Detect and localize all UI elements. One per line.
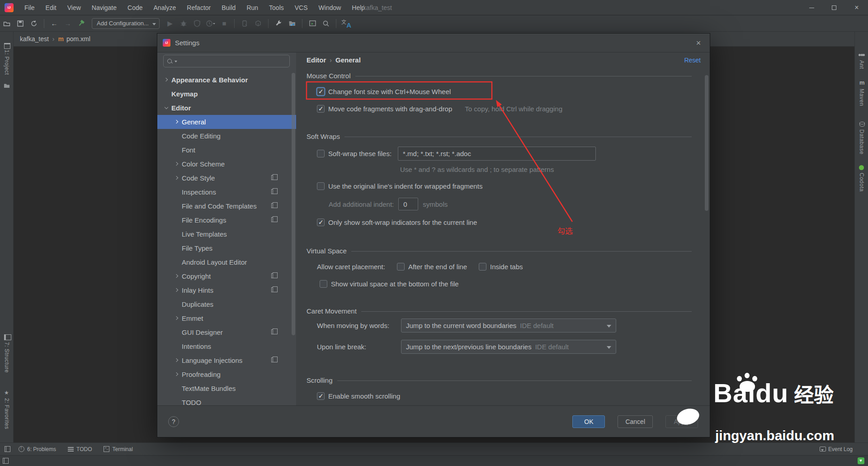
menu-vcs[interactable]: VCS xyxy=(289,0,313,15)
search-history-chevron-icon[interactable] xyxy=(175,61,177,64)
tree-item-gui-designer[interactable]: GUI Designer xyxy=(157,325,296,339)
problems-tool-button[interactable]: 6: Problems xyxy=(19,446,56,452)
menu-build[interactable]: Build xyxy=(216,0,241,15)
run-button[interactable]: ▶ xyxy=(164,18,176,29)
chevron-right-icon[interactable] xyxy=(174,162,179,167)
tree-item-duplicates[interactable]: Duplicates xyxy=(157,297,296,311)
tool-stripe-1-project[interactable]: 1: Project xyxy=(0,42,14,75)
menu-file[interactable]: File xyxy=(19,0,40,15)
debug-button[interactable] xyxy=(178,18,189,29)
chevron-right-icon[interactable] xyxy=(174,372,179,377)
menu-code[interactable]: Code xyxy=(122,0,148,15)
settings-button[interactable] xyxy=(273,18,284,29)
tree-item-editor[interactable]: Editor xyxy=(157,101,296,115)
tree-item-inspections[interactable]: Inspections xyxy=(157,185,296,199)
tree-item-font[interactable]: Font xyxy=(157,143,296,157)
chevron-right-icon[interactable] xyxy=(174,288,179,293)
tree-item-android-layout-editor[interactable]: Android Layout Editor xyxy=(157,255,296,269)
tree-item-copyright[interactable]: Copyright xyxy=(157,269,296,283)
tree-item-live-templates[interactable]: Live Templates xyxy=(157,227,296,241)
coverage-button[interactable] xyxy=(191,18,203,29)
tree-item-general[interactable]: General xyxy=(157,115,296,129)
settings-breadcrumb-section[interactable]: Editor xyxy=(307,56,326,64)
after-end-of-line-label[interactable]: After the end of line xyxy=(408,263,467,271)
settings-close-button[interactable]: × xyxy=(693,38,703,48)
change-font-size-label[interactable]: Change font size with Ctrl+Mouse Wheel xyxy=(328,88,451,95)
tree-item-proofreading[interactable]: Proofreading xyxy=(157,367,296,381)
soft-wrap-files-checkbox[interactable] xyxy=(317,150,325,157)
tree-item-file-encodings[interactable]: File Encodings xyxy=(157,213,296,227)
tool-stripe-codota[interactable]: Codota xyxy=(855,165,868,192)
chevron-right-icon[interactable] xyxy=(174,176,179,181)
soft-wrap-files-label[interactable]: Soft-wrap these files: xyxy=(328,150,392,157)
back-button[interactable]: ← xyxy=(48,18,60,29)
inside-tabs-checkbox[interactable] xyxy=(479,263,486,271)
chevron-right-icon[interactable] xyxy=(164,77,169,83)
deploy-artifact-button[interactable] xyxy=(252,18,264,29)
additional-indent-input[interactable]: 0 xyxy=(398,198,418,210)
toolwindow-toggle-icon[interactable] xyxy=(3,458,9,464)
minimize-button[interactable] xyxy=(800,0,823,15)
menu-window[interactable]: Window xyxy=(313,0,347,15)
cancel-button[interactable]: Cancel xyxy=(618,415,653,428)
chevron-right-icon[interactable] xyxy=(174,274,179,279)
change-font-size-checkbox[interactable] xyxy=(317,88,325,95)
open-folder-button[interactable] xyxy=(1,18,13,29)
upon-line-break-select[interactable]: Jump to the next/previous line boundarie… xyxy=(401,340,616,354)
smooth-scrolling-checkbox[interactable] xyxy=(317,392,325,400)
breadcrumb-project[interactable]: kafka_test xyxy=(20,35,49,43)
project-structure-button[interactable] xyxy=(286,18,298,29)
soft-wrap-indicators-checkbox[interactable] xyxy=(317,219,325,226)
tree-item-code-editing[interactable]: Code Editing xyxy=(157,129,296,143)
inside-tabs-label[interactable]: Inside tabs xyxy=(490,263,523,271)
smooth-scrolling-label[interactable]: Enable smooth scrolling xyxy=(328,392,400,400)
move-code-fragments-checkbox[interactable] xyxy=(317,105,325,113)
menu-refactor[interactable]: Refactor xyxy=(181,0,216,15)
moving-by-words-select[interactable]: Jump to the current word boundaries IDE … xyxy=(401,319,616,333)
run-configuration-combo[interactable]: Add Configuration... xyxy=(92,18,160,29)
chevron-right-icon[interactable] xyxy=(174,316,179,321)
tree-item-code-style[interactable]: Code Style xyxy=(157,171,296,185)
tool-stripe-maven[interactable]: Maven xyxy=(855,81,868,106)
menu-run[interactable]: Run xyxy=(241,0,264,15)
breadcrumb-file[interactable]: pom.xml xyxy=(66,35,90,43)
chevron-right-icon[interactable] xyxy=(174,119,179,125)
tree-item-appearance-behavior[interactable]: Appearance & Behavior xyxy=(157,73,296,87)
menu-analyze[interactable]: Analyze xyxy=(148,0,182,15)
chevron-down-icon[interactable] xyxy=(164,105,169,111)
tree-item-file-types[interactable]: File Types xyxy=(157,241,296,255)
chevron-right-icon[interactable] xyxy=(174,358,179,363)
build-project-button[interactable] xyxy=(75,18,87,29)
restore-layout-icon[interactable] xyxy=(5,446,10,452)
tree-item-language-injections[interactable]: Language Injections xyxy=(157,353,296,367)
tree-item-color-scheme[interactable]: Color Scheme xyxy=(157,157,296,171)
help-button[interactable]: ? xyxy=(168,416,179,427)
virtual-space-bottom-checkbox[interactable] xyxy=(320,280,327,288)
soft-wrap-files-input[interactable]: *.md; *.txt; *.rst; *.adoc xyxy=(398,147,596,161)
tool-stripe-ant[interactable]: Ant xyxy=(855,52,868,69)
event-log-button[interactable]: Event Log xyxy=(820,446,853,452)
original-indent-checkbox[interactable] xyxy=(317,182,325,190)
tool-stripe-database[interactable]: Database xyxy=(855,121,868,154)
reset-link[interactable]: Reset xyxy=(684,57,701,64)
menu-navigate[interactable]: Navigate xyxy=(86,0,122,15)
translate-button[interactable]: 文A xyxy=(340,18,352,29)
ok-button[interactable]: OK xyxy=(572,415,605,428)
profiler-button[interactable] xyxy=(205,18,217,29)
original-indent-label[interactable]: Use the original line's indent for wrapp… xyxy=(328,182,482,190)
move-code-fragments-label[interactable]: Move code fragments with drag-and-drop xyxy=(328,105,452,113)
menu-view[interactable]: View xyxy=(62,0,86,15)
project-folder-icon[interactable] xyxy=(4,82,10,89)
tree-item-keymap[interactable]: Keymap xyxy=(157,87,296,101)
soft-wrap-indicators-label[interactable]: Only show soft-wrap indicators for the c… xyxy=(328,219,477,226)
attach-device-button[interactable] xyxy=(239,18,250,29)
tool-stripe-2-favorites[interactable]: 2: Favorites xyxy=(0,390,14,429)
search-everywhere-button[interactable] xyxy=(320,18,332,29)
tree-scrollbar[interactable] xyxy=(292,73,295,335)
tree-item-file-and-code-templates[interactable]: File and Code Templates xyxy=(157,199,296,213)
virtual-space-bottom-label[interactable]: Show virtual space at the bottom of the … xyxy=(331,280,459,288)
content-scrollbar[interactable] xyxy=(705,75,708,211)
stop-button[interactable]: ■ xyxy=(218,18,230,29)
after-end-of-line-checkbox[interactable] xyxy=(397,263,405,271)
menu-tools[interactable]: Tools xyxy=(264,0,289,15)
